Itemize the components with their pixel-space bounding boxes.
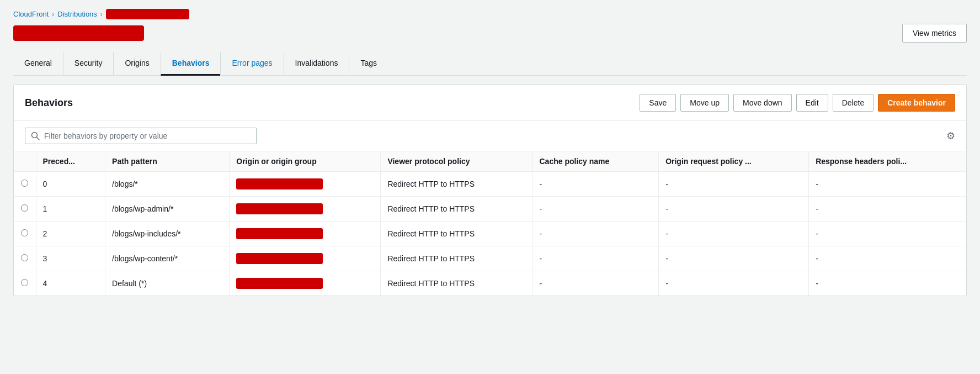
- page-title: REDACTED: [13, 25, 144, 41]
- precedence-cell: 2: [36, 222, 105, 246]
- origin-group-cell: REDACTED: [230, 246, 381, 271]
- create-behavior-button[interactable]: Create behavior: [878, 94, 955, 112]
- viewer-protocol-cell: Redirect HTTP to HTTPS: [381, 172, 532, 197]
- search-box: [25, 128, 257, 144]
- col-response-headers: Response headers poli...: [809, 151, 966, 172]
- viewer-protocol-cell: Redirect HTTP to HTTPS: [381, 197, 532, 222]
- cache-policy-cell: -: [532, 246, 659, 271]
- origin-group-cell: REDACTED: [230, 172, 381, 197]
- row-radio-0[interactable]: [21, 180, 28, 187]
- row-select-cell: [14, 271, 36, 296]
- table-row: 4Default (*)REDACTEDRedirect HTTP to HTT…: [14, 271, 966, 296]
- cache-policy-cell: -: [532, 172, 659, 197]
- delete-button[interactable]: Delete: [833, 94, 874, 112]
- panel-actions: Save Move up Move down Edit Delete Creat…: [640, 94, 955, 112]
- table-row: 2/blogs/wp-includes/*REDACTEDRedirect HT…: [14, 222, 966, 246]
- settings-icon[interactable]: ⚙: [946, 130, 955, 142]
- tab-invalidations[interactable]: Invalidations: [284, 52, 349, 76]
- tab-error-pages[interactable]: Error pages: [220, 52, 283, 76]
- path-pattern-cell: /blogs/*: [105, 172, 230, 197]
- row-select-cell: [14, 197, 36, 222]
- precedence-cell: 0: [36, 172, 105, 197]
- row-select-cell: [14, 246, 36, 271]
- table-row: 1/blogs/wp-admin/*REDACTEDRedirect HTTP …: [14, 197, 966, 222]
- precedence-cell: 3: [36, 246, 105, 271]
- response-headers-cell: -: [809, 271, 966, 296]
- origin-group-cell: REDACTED: [230, 271, 381, 296]
- tab-general[interactable]: General: [13, 52, 63, 76]
- tab-behaviors[interactable]: Behaviors: [161, 52, 221, 76]
- page-wrapper: CloudFront › Distributions › REDACTED RE…: [0, 0, 980, 374]
- origin-request-cell: -: [659, 246, 809, 271]
- breadcrumb-sep-1: ›: [52, 10, 54, 18]
- path-pattern-cell: /blogs/wp-content/*: [105, 246, 230, 271]
- precedence-cell: 4: [36, 271, 105, 296]
- row-select-cell: [14, 172, 36, 197]
- filter-row: ⚙: [14, 121, 966, 151]
- breadcrumb-cloudfront[interactable]: CloudFront: [13, 10, 49, 18]
- breadcrumb-current: REDACTED: [106, 9, 190, 19]
- tabs-bar: General Security Origins Behaviors Error…: [13, 51, 967, 76]
- behaviors-table: Preced... Path pattern Origin or origin …: [14, 151, 966, 296]
- origin-group-cell: REDACTED: [230, 197, 381, 222]
- panel-title: Behaviors: [25, 97, 73, 109]
- viewer-protocol-cell: Redirect HTTP to HTTPS: [381, 246, 532, 271]
- viewer-protocol-cell: Redirect HTTP to HTTPS: [381, 222, 532, 246]
- breadcrumb-distributions[interactable]: Distributions: [57, 10, 97, 18]
- tab-security[interactable]: Security: [63, 52, 114, 76]
- behaviors-panel: Behaviors Save Move up Move down Edit De…: [13, 85, 967, 296]
- response-headers-cell: -: [809, 222, 966, 246]
- table-header-row: Preced... Path pattern Origin or origin …: [14, 151, 966, 172]
- col-cache-policy: Cache policy name: [532, 151, 659, 172]
- viewer-protocol-cell: Redirect HTTP to HTTPS: [381, 271, 532, 296]
- breadcrumb: CloudFront › Distributions › REDACTED: [13, 9, 967, 19]
- svg-line-1: [37, 138, 40, 140]
- origin-request-cell: -: [659, 197, 809, 222]
- tab-origins[interactable]: Origins: [113, 52, 160, 76]
- page-header: REDACTED View metrics: [13, 24, 967, 43]
- col-path-pattern: Path pattern: [105, 151, 230, 172]
- origin-request-cell: -: [659, 222, 809, 246]
- response-headers-cell: -: [809, 197, 966, 222]
- search-input[interactable]: [44, 131, 251, 140]
- cache-policy-cell: -: [532, 271, 659, 296]
- response-headers-cell: -: [809, 246, 966, 271]
- breadcrumb-sep-2: ›: [100, 10, 103, 18]
- move-up-button[interactable]: Move up: [680, 94, 729, 112]
- row-radio-3[interactable]: [21, 254, 28, 261]
- table-container: Preced... Path pattern Origin or origin …: [14, 151, 966, 296]
- col-origin-request: Origin request policy ...: [659, 151, 809, 172]
- precedence-cell: 1: [36, 197, 105, 222]
- origin-group-cell: REDACTED: [230, 222, 381, 246]
- col-origin-group: Origin or origin group: [230, 151, 381, 172]
- row-radio-2[interactable]: [21, 229, 28, 236]
- col-precedence: Preced...: [36, 151, 105, 172]
- col-select: [14, 151, 36, 172]
- col-viewer-protocol: Viewer protocol policy: [381, 151, 532, 172]
- cache-policy-cell: -: [532, 222, 659, 246]
- table-row: 3/blogs/wp-content/*REDACTEDRedirect HTT…: [14, 246, 966, 271]
- view-metrics-button[interactable]: View metrics: [902, 24, 967, 43]
- row-radio-4[interactable]: [21, 279, 28, 286]
- search-icon: [31, 131, 40, 140]
- edit-button[interactable]: Edit: [796, 94, 828, 112]
- save-button[interactable]: Save: [640, 94, 676, 112]
- path-pattern-cell: Default (*): [105, 271, 230, 296]
- path-pattern-cell: /blogs/wp-includes/*: [105, 222, 230, 246]
- row-select-cell: [14, 222, 36, 246]
- move-down-button[interactable]: Move down: [733, 94, 792, 112]
- origin-request-cell: -: [659, 172, 809, 197]
- response-headers-cell: -: [809, 172, 966, 197]
- panel-header: Behaviors Save Move up Move down Edit De…: [14, 85, 966, 121]
- origin-request-cell: -: [659, 271, 809, 296]
- cache-policy-cell: -: [532, 197, 659, 222]
- row-radio-1[interactable]: [21, 204, 28, 212]
- table-row: 0/blogs/*REDACTEDRedirect HTTP to HTTPS-…: [14, 172, 966, 197]
- tab-tags[interactable]: Tags: [349, 52, 388, 76]
- path-pattern-cell: /blogs/wp-admin/*: [105, 197, 230, 222]
